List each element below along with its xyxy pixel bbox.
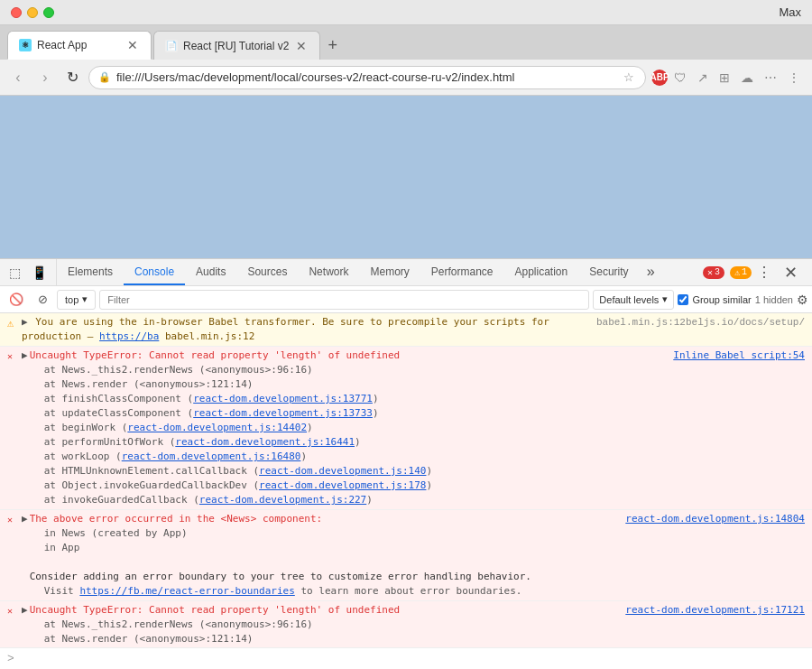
error2-visit-text: Visit https://fb.me/react-error-boundari…: [30, 584, 619, 599]
new-tab-button[interactable]: +: [322, 31, 343, 60]
minimize-window-button[interactable]: [27, 7, 38, 18]
tab-close-tutorial[interactable]: ✕: [294, 39, 309, 53]
traffic-lights: [11, 7, 54, 18]
devtools-close-button[interactable]: ✕: [777, 263, 805, 283]
bookmark-button[interactable]: ☆: [622, 69, 636, 86]
tab-tutorial[interactable]: 📄 React [RU] Tutorial v2 ✕: [153, 31, 320, 60]
prompt-symbol: >: [7, 652, 14, 665]
adblock-badge: ABP: [651, 70, 668, 86]
device-mode-button[interactable]: 📱: [30, 264, 49, 282]
error1-link-3[interactable]: react-dom.development.js:14402: [127, 422, 307, 433]
clear-console-button[interactable]: 🚫: [4, 291, 29, 308]
error3-icon: ✕: [7, 603, 20, 619]
console-entry-error3: ✕ ▶ Uncaught TypeError: Cannot read prop…: [0, 601, 812, 647]
levels-chevron-icon: ▾: [662, 293, 668, 305]
more-tabs-button[interactable]: »: [640, 265, 663, 281]
close-window-button[interactable]: [11, 7, 22, 18]
inspect-element-button[interactable]: ⬚: [7, 264, 23, 282]
error2-location[interactable]: react-dom.development.js:14804: [618, 512, 805, 526]
tab-performance[interactable]: Performance: [420, 259, 504, 285]
error1-link-2[interactable]: react-dom.development.js:13733: [193, 407, 373, 419]
error1-link-6[interactable]: react-dom.development.js:140: [259, 465, 426, 477]
tab-react-app[interactable]: ⚛ React App ✕: [7, 31, 152, 60]
error1-stack-4: at updateClassComponent (react-dom.devel…: [30, 406, 667, 421]
extension-button-2[interactable]: ⊞: [715, 67, 734, 88]
error1-stack-1: at News._this2.renderNews (<anonymous>:9…: [30, 363, 667, 377]
address-bar: ‹ › ↻ 🔒 file:///Users/mac/development/lo…: [0, 60, 812, 96]
error2-main-text: The above error occurred in the <News> c…: [30, 513, 323, 525]
tab-audits[interactable]: Audits: [185, 259, 236, 285]
console-entry-error3-content: ▶ Uncaught TypeError: Cannot read proper…: [20, 603, 805, 647]
levels-select[interactable]: Default levels ▾: [593, 290, 674, 310]
console-entry-babel-warning: ⚠ ▶ You are using the in-browser Babel t…: [0, 313, 812, 347]
tab-favicon-tutorial: 📄: [165, 40, 178, 52]
error1-stack-3: at finishClassComponent (react-dom.devel…: [30, 392, 667, 406]
devtools-icon-group: ⬚ 📱: [0, 259, 57, 285]
expand-arrow-error2[interactable]: ▶: [22, 512, 30, 526]
error1-link-4[interactable]: react-dom.development.js:16441: [175, 436, 355, 448]
tab-sources[interactable]: Sources: [236, 259, 298, 285]
warn-icon: ⚠: [7, 315, 20, 331]
error3-location[interactable]: react-dom.development.js:17121: [618, 603, 805, 618]
tab-network[interactable]: Network: [298, 259, 359, 285]
error2-stack-2: in App: [30, 541, 619, 555]
tab-elements[interactable]: Elements: [57, 259, 124, 285]
context-select[interactable]: top ▾: [57, 290, 96, 310]
warn-icon: ⚠: [734, 267, 740, 278]
devtools-menu-button[interactable]: ⋮: [757, 264, 771, 281]
error1-stack-7: at workLoop (react-dom.development.js:16…: [30, 450, 667, 464]
tab-close-react-app[interactable]: ✕: [125, 38, 140, 52]
tab-label-tutorial: React [RU] Tutorial v2: [183, 40, 289, 52]
expand-arrow-error1[interactable]: ▶: [22, 348, 30, 363]
console-output[interactable]: ⚠ ▶ You are using the in-browser Babel t…: [0, 313, 812, 647]
refresh-button[interactable]: ↻: [61, 67, 83, 88]
error1-link-8[interactable]: react-dom.development.js:227: [199, 494, 366, 506]
error1-stack-10: at invokeGuardedCallback (react-dom.deve…: [30, 493, 667, 507]
tab-bar: ⚛ React App ✕ 📄 React [RU] Tutorial v2 ✕…: [0, 25, 812, 60]
error1-link-5[interactable]: react-dom.development.js:16480: [122, 451, 301, 462]
expand-arrow-error3[interactable]: ▶: [22, 603, 30, 618]
group-similar-checkbox[interactable]: [678, 294, 688, 305]
expand-arrow-babel[interactable]: ▶: [22, 316, 30, 328]
error1-stack-9: at Object.invokeGuardedCallbackDev (reac…: [30, 479, 667, 493]
error1-stack-6: at performUnitOfWork (react-dom.developm…: [30, 435, 667, 450]
url-bar[interactable]: 🔒 file:///Users/mac/development/local/co…: [88, 66, 646, 89]
lock-icon: 🔒: [98, 71, 111, 83]
console-entry-error2: ✕ ▶ The above error occurred in the <New…: [0, 510, 812, 601]
babel-warning-link[interactable]: https://ba: [99, 330, 159, 342]
maximize-window-button[interactable]: [43, 7, 54, 18]
babel-warning-location[interactable]: babel.min.js:12beljs.io/docs/setup/: [589, 315, 805, 330]
extension-button-1[interactable]: ↗: [693, 67, 713, 88]
error-icon: ✕: [707, 267, 713, 278]
tab-label-react-app: React App: [37, 39, 87, 51]
tab-security[interactable]: Security: [578, 259, 639, 285]
extension-button-3[interactable]: ☁: [736, 67, 758, 88]
shield-button[interactable]: 🛡: [669, 67, 691, 88]
tab-console[interactable]: Console: [124, 259, 185, 285]
error2-link[interactable]: https://fb.me/react-error-boundaries: [79, 585, 294, 597]
error1-link-1[interactable]: react-dom.development.js:13771: [193, 393, 373, 404]
console-settings-button[interactable]: ⚙: [797, 293, 808, 307]
console-entry-babel-text: ▶ You are using the in-browser Babel tra…: [20, 315, 589, 344]
group-similar-label[interactable]: Group similar: [678, 294, 751, 305]
url-text: file:///Users/mac/development/local/cour…: [116, 70, 616, 84]
menu-button[interactable]: ⋮: [783, 67, 805, 88]
tab-application[interactable]: Application: [504, 259, 579, 285]
tab-memory[interactable]: Memory: [359, 259, 420, 285]
filter-input[interactable]: [99, 290, 589, 310]
error1-icon: ✕: [7, 348, 20, 365]
error1-link-7[interactable]: react-dom.development.js:178: [259, 479, 426, 491]
error2-icon: ✕: [7, 512, 20, 528]
stop-button[interactable]: ⊘: [32, 291, 53, 308]
extension-button-4[interactable]: ⋯: [760, 67, 781, 88]
hidden-count: 1 hidden: [755, 294, 793, 305]
back-button[interactable]: ‹: [7, 67, 29, 88]
browser-actions: ABP 🛡 ↗ ⊞ ☁ ⋯ ⋮: [651, 67, 805, 88]
error1-stack-8: at HTMLUnknownElement.callCallback (reac…: [30, 464, 667, 479]
tab-favicon-react-app: ⚛: [19, 39, 32, 51]
console-prompt: >: [0, 647, 812, 669]
forward-button[interactable]: ›: [34, 67, 56, 88]
context-label: top: [65, 294, 78, 305]
page-content: [0, 96, 812, 258]
error1-location[interactable]: Inline Babel script:54: [666, 348, 805, 363]
